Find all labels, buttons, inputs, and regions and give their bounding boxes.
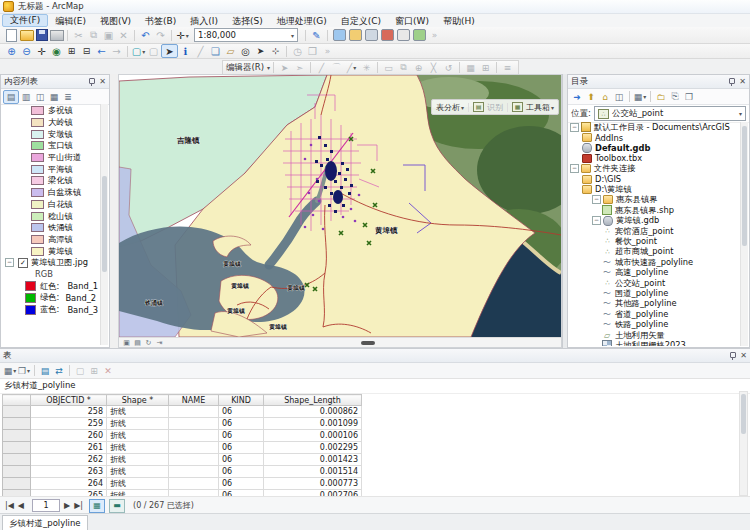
zoom-to-selected-icon[interactable]: ⊞	[87, 365, 101, 377]
tree-item[interactable]: 〜高速_polyline	[568, 267, 741, 277]
row-selector[interactable]	[3, 418, 31, 430]
legend-item[interactable]: 平海镇	[1, 163, 109, 175]
tree-item[interactable]: −默认工作目录 - Documents\ArcGIS	[568, 122, 741, 132]
legend-item[interactable]: 铁涌镇	[1, 222, 109, 234]
find-icon[interactable]: ◎	[238, 45, 253, 58]
editor-menu[interactable]: 编辑器(R)	[226, 62, 264, 74]
symbol-swatch[interactable]	[31, 130, 44, 139]
table-row[interactable]: 260折线060.000106	[3, 430, 362, 442]
tree-item[interactable]: AddIns	[568, 132, 741, 142]
zoom-in-icon[interactable]: ⊕	[4, 45, 19, 58]
collapse-icon[interactable]: −	[592, 216, 601, 225]
go-back-extent-icon[interactable]: ←	[94, 45, 109, 58]
previous-record-icon[interactable]: ◀	[18, 501, 24, 510]
symbol-swatch[interactable]	[31, 176, 44, 185]
row-selector[interactable]	[3, 430, 31, 442]
hyperlink-icon[interactable]: ╱	[193, 45, 208, 58]
menu-view[interactable]: 视图(V)	[93, 14, 138, 27]
select-by-attributes-icon[interactable]: ▤	[38, 365, 52, 377]
search-window-icon[interactable]	[365, 29, 378, 41]
menu-edit[interactable]: 编辑(E)	[48, 14, 93, 27]
column-header[interactable]: KIND	[219, 395, 264, 406]
refresh-view-icon[interactable]: ↻	[143, 339, 154, 347]
straight-segment-icon[interactable]: ╱	[314, 61, 329, 74]
editor-menu-caret-icon[interactable]: ▾	[267, 64, 270, 71]
table-row[interactable]: 259折线060.001099	[3, 418, 362, 430]
collapse-icon[interactable]: −	[5, 258, 14, 267]
menu-geoprocessing[interactable]: 地理处理(G)	[270, 14, 334, 27]
tree-item[interactable]: 〜省道_polyline	[568, 309, 741, 319]
symbol-swatch[interactable]	[31, 141, 44, 150]
symbol-swatch[interactable]	[31, 106, 44, 115]
map-hscrollbar-thumb[interactable]	[361, 341, 375, 345]
table-row[interactable]: 261折线060.002295	[3, 442, 362, 454]
symbol-swatch[interactable]	[31, 165, 44, 174]
tree-item[interactable]: 土地利用栅格2023	[568, 340, 741, 346]
table-row[interactable]: 262折线060.001423	[3, 454, 362, 466]
zoom-out-icon[interactable]: ⊖	[19, 45, 34, 58]
cut-polygons-icon[interactable]: ⊕	[411, 61, 426, 74]
identify-disabled-button[interactable]: ▤识别	[473, 102, 503, 113]
editor-overflow-icon[interactable]: ≡	[500, 61, 515, 74]
symbol-swatch[interactable]	[31, 188, 44, 197]
toolbar-overflow-icon[interactable]: »	[427, 29, 442, 42]
copy-icon[interactable]: ⧉	[86, 29, 101, 42]
map-canvas[interactable]: 吉隆镇 黄埠镇 黄埠镇 黄埠镇 黄埠镇 黄埠镇 黄埠镇 铁涌镇 表分析▾ ▤识别…	[119, 75, 561, 337]
legend-item[interactable]: 白花镇	[1, 199, 109, 211]
point-tool-icon[interactable]: ✳	[359, 61, 374, 74]
endpoint-arc-icon[interactable]: ⌒	[329, 61, 344, 74]
delete-selected-icon[interactable]: ✕	[101, 365, 115, 377]
time-slider-icon[interactable]: ◷	[290, 45, 305, 58]
list-by-selection-icon[interactable]: ▦	[47, 91, 61, 103]
close-icon[interactable]: ✕	[740, 351, 747, 360]
up-one-level-icon[interactable]: ⬆	[584, 91, 598, 103]
toc-options-icon[interactable]: ≣	[61, 91, 75, 103]
pause-drawing-icon[interactable]: ⇥	[154, 339, 165, 347]
toc-scrollbar[interactable]	[100, 104, 108, 345]
undo-icon[interactable]: ↶	[138, 29, 153, 42]
tree-item[interactable]: D:\GIS	[568, 174, 741, 184]
editor-shortcut-icon[interactable]: ✎	[309, 29, 324, 42]
layer-checkbox[interactable]: ✓	[18, 258, 28, 268]
menu-insert[interactable]: 插入(I)	[183, 14, 225, 27]
band-row[interactable]: 蓝色:Band_3	[1, 304, 109, 316]
tree-item[interactable]: 〜铁路_polyline	[568, 319, 741, 329]
tree-item[interactable]: 惠东县镇界.shp	[568, 205, 741, 215]
tree-item[interactable]: Toolbox.tbx	[568, 153, 741, 163]
connect-folder-icon[interactable]: ◫	[612, 91, 626, 103]
pin-icon[interactable]	[727, 78, 735, 86]
show-selected-records-icon[interactable]: ▬	[109, 499, 125, 513]
html-popup-icon[interactable]: ❏	[208, 45, 223, 58]
collapse-icon[interactable]: −	[570, 123, 579, 132]
band-row[interactable]: 绿色:Band_2	[1, 292, 109, 304]
band-swatch[interactable]	[25, 305, 36, 315]
column-header[interactable]: OBJECTID *	[31, 395, 107, 406]
table-row[interactable]: 258折线060.000862	[3, 406, 362, 418]
symbol-swatch[interactable]	[31, 223, 44, 232]
menu-bookmarks[interactable]: 书签(B)	[138, 14, 183, 27]
symbol-swatch[interactable]	[31, 153, 44, 162]
legend-item[interactable]: 黄埠镇	[1, 245, 109, 257]
pin-icon[interactable]	[728, 352, 736, 360]
edit-annotation-tool-icon[interactable]: ➣	[292, 61, 307, 74]
tree-item[interactable]: −文件夹连接	[568, 164, 741, 174]
table-row[interactable]: 264折线060.000773	[3, 478, 362, 490]
table-scrollbar[interactable]	[739, 391, 748, 496]
attributes-icon[interactable]: ▦	[463, 61, 478, 74]
python-window-icon[interactable]	[397, 29, 410, 41]
reshape-icon[interactable]: ⧉	[396, 61, 411, 74]
pin-icon[interactable]	[87, 78, 95, 86]
table-row[interactable]: 263折线060.001514	[3, 466, 362, 478]
sketch-properties-icon[interactable]: ⊞	[478, 61, 493, 74]
pan-icon[interactable]: ✛	[34, 45, 49, 58]
row-selector[interactable]	[3, 478, 31, 490]
measure-icon[interactable]: ▱	[223, 45, 238, 58]
go-forward-extent-icon[interactable]: →	[109, 45, 124, 58]
menu-window[interactable]: 窗口(W)	[388, 14, 436, 27]
symbol-swatch[interactable]	[31, 118, 44, 127]
tree-item[interactable]: ∴公交站_point	[568, 278, 741, 288]
menu-customize[interactable]: 自定义(C)	[334, 14, 388, 27]
cut-icon[interactable]: ✂	[71, 29, 86, 42]
legend-item[interactable]: 大岭镇	[1, 117, 109, 129]
symbol-swatch[interactable]	[31, 200, 44, 209]
